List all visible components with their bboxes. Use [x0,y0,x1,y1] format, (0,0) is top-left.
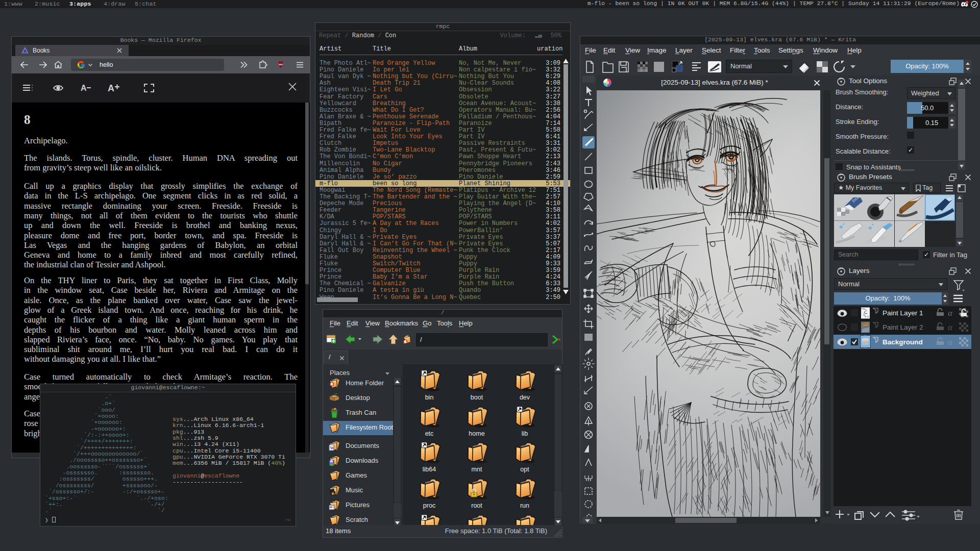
svg-text:Paint Layer 2: Paint Layer 2 [883,323,923,331]
svg-text:A: A [81,84,87,92]
svg-text:α: α [948,337,953,347]
svg-text:α: α [948,308,953,318]
svg-text:Background: Background [883,338,923,346]
svg-text:A: A [108,83,114,93]
svg-text:uo: uo [279,63,283,66]
svg-text:Paint Layer 1: Paint Layer 1 [883,309,923,317]
svg-text:α: α [948,322,953,332]
svg-text:W: W [330,446,334,450]
